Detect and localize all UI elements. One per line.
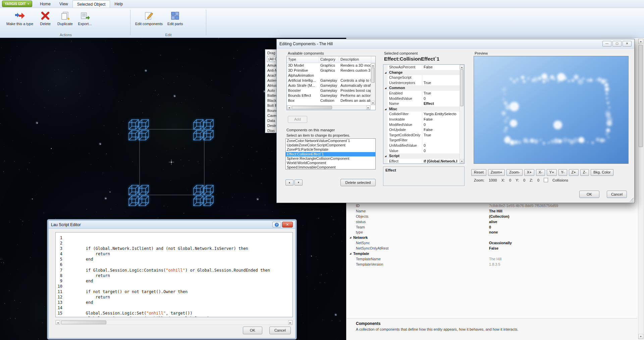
column-header-description[interactable]: Description [339,56,371,63]
available-component-row[interactable]: 3D Model Graphics Renders a 3D mode [287,63,371,68]
ok-button[interactable]: OK [579,191,599,198]
property-value[interactable]: none [489,230,636,234]
property-value[interactable]: 0 [422,143,460,148]
code-line[interactable]: 13 Global.Session.Logic:Set("onhill", ta… [56,300,292,305]
table-horizontal-scrollbar[interactable]: ◄ ► [287,105,371,110]
property-value[interactable]: alive [489,220,636,224]
property-value[interactable]: Yargis.EntitySelecto [422,112,460,117]
available-component-row[interactable]: AlphaAnimation [287,73,371,78]
available-component-row[interactable]: 3D Primitive Graphics Renders custom 3D [287,68,371,73]
property-row[interactable]: ◢ Common [383,85,460,91]
delete-selected-button[interactable]: Delete selected [340,179,376,186]
dialog-title-bar[interactable]: Editing Components - The Hill — ▢ ✕ [277,39,634,49]
minimize-icon[interactable]: — [602,41,611,47]
code-horizontal-scrollbar[interactable]: ◄ ► [55,320,293,325]
column-header-category[interactable]: Category [319,56,339,63]
inspector-row[interactable]: ◢ TemplateName The Hill [346,256,636,262]
edit-components-button[interactable]: Edit components [133,9,165,27]
scroll-right-icon[interactable]: ► [366,106,370,110]
available-component-row[interactable]: Booster Gameplay Provides boost capa [287,88,371,93]
property-row[interactable]: ◢ UseInterceptors True [383,80,460,86]
collisions-checkbox[interactable] [544,178,548,182]
preview-control-button[interactable]: Zoom- [506,169,523,176]
property-value[interactable]: False [489,246,636,250]
scrollbar-thumb[interactable] [292,106,332,109]
edit-parts-button[interactable]: Edit parts [165,9,185,27]
property-row[interactable]: ◢ TargetCollidedOnly True [383,133,460,138]
property-row[interactable]: ◢ UnModifiedValue 0 [383,143,460,148]
ribbon-tab[interactable]: Help [110,0,127,8]
property-value[interactable]: 7c8dc8e2-1e55-4b76-8dd9-7f5365756d59 [489,204,636,208]
property-row[interactable]: ◢ ChangeScript [383,75,460,80]
preview-control-button[interactable]: X- [536,169,545,176]
property-value[interactable]: 0 [489,225,636,229]
ribbon-tab[interactable]: View [55,0,72,8]
property-value[interactable]: Ocassionally [489,241,636,245]
close-icon[interactable]: ✕ [623,41,632,47]
grid-scrollbar[interactable]: ▲ ▼ [460,65,464,163]
property-value[interactable] [402,70,460,75]
help-icon[interactable]: ? [272,222,281,227]
inspector-row[interactable]: ◢ Name The Hill [346,208,636,214]
app-menu-button[interactable]: YARGIS EDIT ▼ [2,1,32,7]
category-expander-icon[interactable]: ◢ [346,236,353,239]
manager-list-item[interactable]: Speed:ImmovableComponent [286,165,375,169]
manager-list-item[interactable]: Sphere:RectangleCollisionComponent [286,156,375,161]
property-value[interactable]: 0 [422,148,460,154]
scroll-left-icon[interactable]: ◄ [287,106,291,110]
property-row[interactable]: ◢ ShowAsPercent False [383,65,460,70]
property-row[interactable]: ◢ CollideFilter Yargis.EntitySelecto [383,112,460,117]
property-value[interactable]: Effect [422,101,460,107]
inspector-scrollbar[interactable]: ▲ ▼ [638,39,644,339]
scroll-down-icon[interactable]: ▼ [371,101,375,105]
property-value[interactable]: The Hill [489,257,636,261]
preview-control-button[interactable]: Bkg. Color [591,169,613,176]
property-value[interactable] [422,138,460,143]
manager-list-item[interactable]: World:WorldComponent [286,161,375,165]
property-row[interactable]: ◢ OnUpdate False [383,127,460,133]
preview-control-button[interactable]: Y+ [547,169,557,176]
ribbon-tab[interactable]: Selected Object [72,0,110,8]
property-value[interactable]: True [422,80,460,86]
add-component-button[interactable]: Add [288,116,307,123]
inspector-row[interactable]: ◢ type none [346,229,636,235]
inspector-row[interactable]: ◢ Network [346,235,636,240]
property-value[interactable]: False [422,65,460,70]
scroll-right-icon[interactable]: ► [288,320,292,325]
code-line[interactable]: 2 return [56,241,292,246]
scroll-up-icon[interactable]: ▲ [371,63,375,67]
category-expander-icon[interactable]: ◢ [346,252,353,255]
inspector-row[interactable]: ◢ TemplateVersion 1.8.3.5 [346,262,636,267]
duplicate-button[interactable]: Duplicate [55,9,75,27]
property-value[interactable]: 0 [422,122,460,128]
property-value[interactable]: False [422,127,460,133]
inspector-row[interactable]: ◢ NetSync Ocassionally [346,240,636,246]
property-value[interactable] [422,75,460,80]
available-component-row[interactable]: Box Collision Defines an axis align [287,98,371,103]
scrollbar-thumb[interactable] [371,68,375,83]
inspector-row[interactable]: ◢ Template [346,251,636,256]
preview-control-button[interactable]: Z- [580,169,589,176]
manager-list-item[interactable]: ZoneColor:NetworkValueComponent`1 [286,139,375,143]
code-editor[interactable]: 1 if (Global.Network.IsClient) and (not … [55,232,293,317]
property-row[interactable]: ◢ ModifiedValue 0 [383,96,460,101]
scrollbar-thumb[interactable] [460,69,464,106]
property-value[interactable] [397,107,460,112]
property-value[interactable]: True [422,91,460,96]
code-line[interactable]: 10 return [56,284,292,289]
property-row[interactable]: ◢ TargetFilter [383,138,460,143]
inspector-row[interactable]: ◢ ID 7c8dc8e2-1e55-4b76-8dd9-7f5365756d5… [346,203,636,208]
move-up-button[interactable]: ▲ [285,180,293,186]
cancel-button[interactable]: Cancel [269,327,291,334]
inspector-row[interactable]: ◢ Objects (Collection) [346,214,636,219]
available-component-row[interactable]: Bounds Effect Gameplay Performs an actio… [287,93,371,98]
property-value[interactable]: 1.8.3.5 [489,262,636,266]
delete-button[interactable]: Delete [36,9,55,27]
ribbon-tab[interactable]: Home [36,0,55,8]
inspector-row[interactable]: ◢ NetSyncOnlyAtRest False [346,246,636,251]
column-header-type[interactable]: Type [287,56,319,63]
property-row[interactable]: ◢ Invokable False [383,117,460,122]
property-row[interactable]: ◢ Script [383,153,460,159]
preview-control-button[interactable]: X+ [524,169,534,176]
code-line[interactable]: 14 Global.Session.Logic:Set("onhill-time… [56,305,292,311]
